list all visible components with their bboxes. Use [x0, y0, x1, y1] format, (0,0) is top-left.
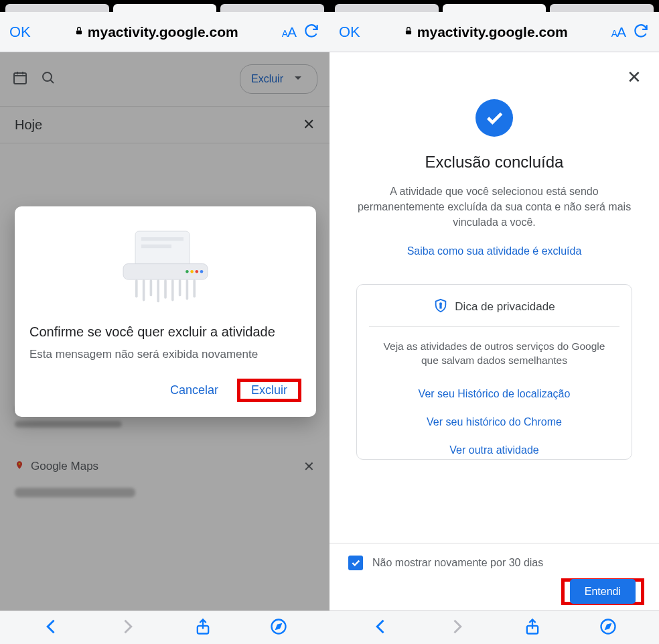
svg-rect-0 [76, 30, 82, 34]
text-size-button[interactable]: AA [282, 24, 296, 40]
dialog-actions: Cancelar Excluir [29, 379, 301, 402]
page-content-left: Excluir Hoje ✕ Google Maps ✕ [0, 52, 330, 610]
svg-rect-5 [135, 231, 190, 267]
phone-right: OK myactivity.google.com AA ✕ Exclusão c… [330, 0, 659, 644]
browser-tab[interactable] [335, 4, 439, 12]
tip-title: Dica de privacidade [455, 300, 555, 314]
share-icon[interactable] [194, 617, 212, 639]
highlight-box: Excluir [237, 379, 301, 402]
svg-rect-7 [141, 245, 171, 248]
dialog-title: Confirme se você quer excluir a atividad… [29, 324, 301, 340]
back-icon[interactable] [372, 617, 390, 639]
tip-header: Dica de privacidade [369, 298, 619, 327]
confirm-row: Entendi [330, 578, 659, 610]
dialog-subtitle: Esta mensagem não será exibida novamente [29, 348, 301, 361]
svg-rect-26 [441, 305, 441, 308]
success-check-icon [475, 99, 513, 137]
url-text: myactivity.google.com [88, 24, 238, 40]
refresh-icon[interactable] [303, 22, 320, 42]
learn-more-link[interactable]: Saiba como sua atividade é excluída [346, 245, 643, 257]
browser-tab-active[interactable] [443, 4, 546, 12]
tab-bar [330, 0, 659, 12]
checkbox-checked[interactable] [348, 556, 363, 570]
lock-icon [404, 25, 413, 39]
browser-tab[interactable] [220, 4, 324, 12]
forward-icon [447, 617, 466, 639]
url-text: myactivity.google.com [417, 24, 568, 40]
url-display[interactable]: myactivity.google.com [38, 24, 275, 40]
browser-tab-active[interactable] [113, 4, 217, 12]
other-activity-link[interactable]: Ver outra atividade [369, 436, 619, 459]
safari-toolbar [330, 610, 659, 644]
browser-address-bar: OK myactivity.google.com AA [0, 12, 330, 52]
svg-point-12 [186, 270, 189, 273]
dont-show-again-row: Não mostrar novamente por 30 dias [330, 543, 659, 578]
browser-tab[interactable] [5, 4, 109, 12]
shredder-illustration [29, 217, 301, 318]
compass-icon[interactable] [599, 617, 617, 639]
page-content-right: ✕ Exclusão concluída A atividade que voc… [330, 52, 659, 610]
location-history-link[interactable]: Ver seu Histórico de localização [369, 380, 619, 408]
shield-info-icon [433, 298, 448, 316]
refresh-icon[interactable] [632, 22, 650, 42]
back-icon[interactable] [42, 617, 61, 639]
svg-rect-24 [406, 30, 411, 34]
text-size-button[interactable]: AA [611, 24, 626, 40]
privacy-tip-card: Dica de privacidade Veja as atividades d… [356, 284, 632, 460]
close-icon[interactable]: ✕ [627, 67, 642, 88]
svg-point-10 [196, 270, 199, 273]
completion-description: A atividade que você selecionou está sen… [354, 184, 635, 231]
svg-point-25 [440, 303, 441, 304]
forward-icon [118, 617, 137, 639]
svg-point-9 [200, 270, 204, 273]
ok-button[interactable]: OK [339, 23, 360, 41]
phone-left: OK myactivity.google.com AA Excluir [0, 0, 330, 644]
svg-point-11 [190, 270, 194, 273]
ok-button[interactable]: OK [9, 23, 31, 41]
browser-tab[interactable] [550, 4, 654, 12]
browser-address-bar: OK myactivity.google.com AA [330, 12, 659, 52]
svg-rect-8 [123, 264, 208, 279]
safari-toolbar [0, 610, 330, 644]
completion-title: Exclusão concluída [346, 153, 643, 172]
confirm-delete-dialog: Confirme se você quer excluir a atividad… [15, 206, 316, 417]
chrome-history-link[interactable]: Ver seu histórico do Chrome [369, 408, 619, 436]
svg-rect-6 [141, 237, 184, 241]
confirm-delete-button[interactable]: Excluir [244, 379, 294, 401]
tab-bar [0, 0, 330, 12]
got-it-button[interactable]: Entendi [570, 579, 636, 604]
url-display[interactable]: myactivity.google.com [367, 24, 605, 40]
highlight-box: Entendi [561, 578, 644, 605]
compass-icon[interactable] [269, 617, 288, 639]
cancel-button[interactable]: Cancelar [163, 379, 225, 401]
checkbox-label: Não mostrar novamente por 30 dias [372, 557, 543, 569]
lock-icon [74, 25, 84, 39]
share-icon[interactable] [523, 617, 542, 639]
tip-body: Veja as atividades de outros serviços do… [369, 327, 619, 380]
deletion-complete-panel: Exclusão concluída A atividade que você … [330, 52, 659, 460]
